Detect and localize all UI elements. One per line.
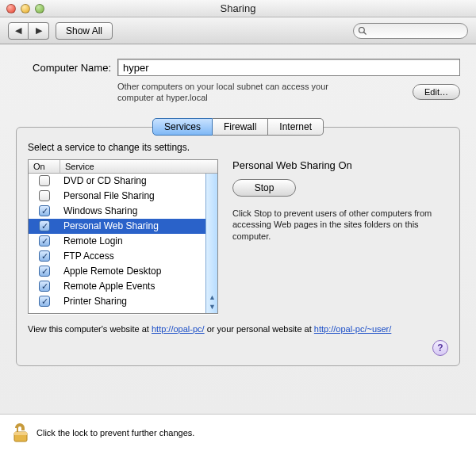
search-icon <box>358 26 367 36</box>
search-input[interactable] <box>353 23 468 39</box>
services-instruction: Select a service to change its settings. <box>28 142 448 153</box>
footer-text-pre: View this computer's website at <box>28 324 152 334</box>
tab-internet[interactable]: Internet <box>268 118 324 136</box>
service-checkbox[interactable] <box>39 235 50 247</box>
computer-name-label: Computer Name: <box>16 62 111 74</box>
service-checkbox[interactable] <box>39 266 50 277</box>
service-row[interactable]: Personal Web Sharing <box>29 219 217 234</box>
service-name: FTP Access <box>60 250 114 262</box>
footer-text-mid: or your personal website at <box>205 324 314 334</box>
col-header-on[interactable]: On <box>29 160 60 173</box>
service-desc: Click Stop to prevent users of other com… <box>232 208 448 243</box>
window-title: Sharing <box>0 2 476 14</box>
service-row[interactable]: Personal File Sharing <box>29 189 217 204</box>
service-name: Personal File Sharing <box>60 190 155 201</box>
service-name: Windows Sharing <box>60 205 137 216</box>
nav-segment: ◀ ▶ <box>8 22 49 40</box>
service-checkbox[interactable] <box>39 296 50 307</box>
stop-service-button[interactable]: Stop <box>232 179 296 197</box>
edit-hostname-button[interactable]: Edit… <box>413 84 460 100</box>
service-status-title: Personal Web Sharing On <box>232 159 448 171</box>
tab-strip: ServicesFirewallInternet <box>16 118 460 136</box>
computer-name-field[interactable] <box>117 59 460 76</box>
computer-site-link[interactable]: http://opal-pc/ <box>152 324 205 334</box>
service-name: Personal Web Sharing <box>60 220 159 231</box>
back-button[interactable]: ◀ <box>8 22 29 40</box>
back-icon: ◀ <box>15 25 21 36</box>
service-name: Remote Apple Events <box>60 281 155 292</box>
help-button[interactable]: ? <box>432 340 448 356</box>
show-all-button[interactable]: Show All <box>56 22 113 40</box>
svg-point-0 <box>359 27 365 32</box>
service-name: Remote Login <box>60 235 123 247</box>
tab-services[interactable]: Services <box>152 118 213 136</box>
col-header-service[interactable]: Service <box>60 160 217 173</box>
service-row[interactable]: Remote Login <box>29 234 217 249</box>
scroll-up-icon[interactable]: ▲ <box>208 293 217 302</box>
forward-button[interactable]: ▶ <box>29 22 49 40</box>
service-row[interactable]: Printer Sharing <box>29 294 217 309</box>
scroll-down-icon[interactable]: ▼ <box>208 303 217 311</box>
toolbar: ◀ ▶ Show All <box>0 17 476 44</box>
services-panel: Select a service to change its settings.… <box>16 127 460 366</box>
service-row[interactable]: FTP Access <box>29 249 217 264</box>
service-checkbox[interactable] <box>39 281 50 292</box>
list-scrollbar[interactable]: ▲ ▼ <box>205 174 217 313</box>
service-row[interactable]: DVD or CD Sharing <box>29 174 217 189</box>
service-row[interactable]: Apple Remote Desktop <box>29 264 217 279</box>
website-footer: View this computer's website at http://o… <box>28 323 448 335</box>
service-checkbox[interactable] <box>39 175 50 186</box>
tab-firewall[interactable]: Firewall <box>213 118 268 136</box>
lock-text: Click the lock to prevent further change… <box>36 428 194 438</box>
service-checkbox[interactable] <box>39 190 50 201</box>
svg-rect-3 <box>14 432 27 435</box>
unlocked-lock-icon[interactable] <box>13 422 30 443</box>
service-checkbox[interactable] <box>39 250 50 262</box>
service-row[interactable]: Remote Apple Events <box>29 279 217 294</box>
svg-line-1 <box>364 32 367 34</box>
service-name: Printer Sharing <box>60 296 127 307</box>
service-name: DVD or CD Sharing <box>60 175 147 186</box>
service-checkbox[interactable] <box>39 220 50 231</box>
service-name: Apple Remote Desktop <box>60 266 161 277</box>
lock-bar: Click the lock to prevent further change… <box>0 415 476 451</box>
services-list: On Service DVD or CD SharingPersonal Fil… <box>28 159 218 314</box>
service-row[interactable]: Windows Sharing <box>29 204 217 219</box>
forward-icon: ▶ <box>36 25 42 36</box>
search-wrap <box>353 23 468 39</box>
prefpane-content: Computer Name: Other computers on your l… <box>0 44 476 415</box>
personal-site-link[interactable]: http://opal-pc/~user/ <box>314 324 392 334</box>
titlebar: Sharing <box>0 0 476 17</box>
computer-name-subnote: Other computers on your local subnet can… <box>117 81 355 104</box>
service-checkbox[interactable] <box>39 205 50 216</box>
